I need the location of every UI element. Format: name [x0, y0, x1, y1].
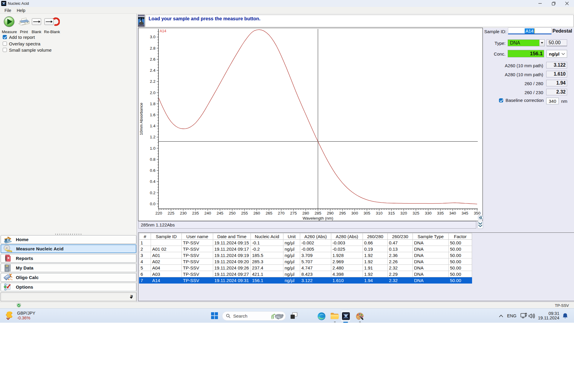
sidebar-item-home[interactable]: Home [1, 235, 136, 244]
baseline-wavelength-input[interactable]: 340 [546, 98, 559, 104]
sidebar-item-my-data[interactable]: My Data [1, 264, 136, 272]
task-view-icon[interactable] [290, 312, 297, 319]
start-button-icon[interactable] [211, 312, 218, 319]
security-shield-icon [16, 303, 21, 308]
table-cell: -0.2 [251, 246, 283, 252]
print-icon [17, 16, 30, 27]
svg-text:245: 245 [217, 211, 224, 215]
menu-help[interactable]: Help [15, 8, 27, 13]
spectrum-plot[interactable]: 2202252302352402452502552602652702752802… [138, 28, 482, 220]
column-header[interactable]: 260/230 [388, 233, 413, 240]
chart-collapse-button[interactable] [478, 215, 483, 220]
table-expand-button[interactable] [477, 221, 483, 229]
table-cell: 19.11.2024 09:15 [213, 240, 251, 246]
measure-button[interactable]: Measure [2, 16, 16, 34]
overlay-spectra-checkbox[interactable]: Overlay spectra [3, 41, 40, 46]
type-dropdown[interactable]: DNA [508, 39, 545, 46]
table-row[interactable]: 2A01 02TP-SSV19.11.2024 09:17-0.2ng/µl-0… [139, 246, 472, 252]
print-button[interactable]: Print [17, 16, 30, 34]
display-pen-icon[interactable] [520, 313, 527, 319]
minimize-icon [538, 2, 542, 5]
conc-unit-dropdown[interactable]: ng/µl [546, 50, 567, 58]
taskbar-widget[interactable]: GBP/JPY -0.36% [6, 311, 35, 320]
table-row[interactable]: 6A03TP-SSV19.11.2024 09:27421.1ng/µl8.42… [139, 271, 472, 277]
table-cell: 1.928 [331, 252, 363, 258]
file-explorer-icon[interactable] [330, 312, 339, 320]
table-row[interactable]: 5A04TP-SSV19.11.2024 09:26237.4ng/µl4.74… [139, 265, 472, 271]
app-icon [1, 1, 6, 6]
nav-expander-button[interactable]: » [1, 293, 136, 301]
column-header[interactable]: Sample ID [151, 233, 182, 240]
taskbar-clock[interactable]: 09:31 19.11.2024 [538, 311, 560, 320]
sidebar-item-reports[interactable]: Reports [1, 254, 136, 263]
svg-text:345: 345 [462, 211, 468, 215]
minimize-button[interactable] [533, 0, 547, 7]
sample-id-input[interactable]: A14 [508, 27, 552, 34]
table-cell: TP-SSV [182, 252, 213, 258]
notebook-icon [3, 254, 12, 262]
results-header-row: #Sample IDUser nameDate and TimeNucleic … [139, 233, 472, 240]
table-cell: 1.92 [363, 258, 388, 265]
print-label: Print [17, 30, 30, 34]
add-to-report-label: Add to report [9, 35, 35, 40]
reblank-label: Re-Blank [43, 30, 61, 34]
speaker-icon[interactable] [529, 313, 535, 318]
baseline-correction-checkbox[interactable]: Baseline correction [499, 98, 544, 103]
column-header[interactable]: A260 (Abs) [300, 233, 331, 240]
svg-text:280: 280 [302, 211, 309, 215]
table-cell: TP-SSV [182, 265, 213, 271]
table-row[interactable]: 3A01TP-SSV19.11.2024 09:19185.5ng/µl3.70… [139, 252, 472, 258]
sidebar-item-oligo-calc[interactable]: Oligo Calc [1, 273, 136, 282]
table-cell: 50.00 [449, 271, 472, 277]
column-header[interactable]: 260/280 [363, 233, 388, 240]
running-indicator [359, 321, 361, 322]
reblank-button[interactable]: Re-Blank [43, 16, 61, 34]
column-header[interactable]: # [139, 233, 151, 240]
add-to-report-checkbox[interactable]: Add to report [3, 34, 35, 40]
close-button[interactable] [560, 0, 574, 7]
table-cell: 1.92 [363, 271, 388, 277]
table-cell: 0.66 [363, 240, 388, 246]
tray-chevron-up-icon[interactable] [499, 315, 503, 317]
table-cell: ng/µl [283, 240, 300, 246]
nucleic-acid-app-icon [342, 312, 350, 320]
column-header[interactable]: Unit [283, 233, 300, 240]
nucleic-acid-app-button[interactable] [341, 310, 350, 322]
edge-icon[interactable] [317, 312, 326, 320]
menu-file[interactable]: File [3, 8, 13, 13]
paint-icon[interactable] [356, 312, 364, 320]
a280-label: A280 (10 mm path) [448, 72, 543, 77]
small-sample-volume-checkbox[interactable]: Small sample volume [3, 47, 52, 53]
table-row[interactable]: 1TP-SSV19.11.2024 09:15-0.1ng/µl-0.002-0… [139, 240, 472, 246]
blank-button[interactable]: Blank [31, 16, 42, 34]
language-indicator[interactable]: ENG [507, 313, 516, 318]
search-box[interactable]: Search [222, 311, 286, 321]
factor-field[interactable]: 50.00 [546, 39, 567, 46]
results-table[interactable]: #Sample IDUser nameDate and TimeNucleic … [139, 233, 472, 284]
splitter-handle[interactable] [55, 234, 82, 235]
column-header[interactable]: User name [182, 233, 213, 240]
column-header[interactable]: Sample Type [413, 233, 449, 240]
table-row[interactable]: 7A14TP-SSV19.11.2024 09:31156.1ng/µl3.12… [139, 277, 472, 284]
table-cell: TP-SSV [182, 277, 213, 284]
table-cell: 6 [139, 271, 151, 277]
svg-text:350: 350 [474, 211, 481, 215]
notification-bell-icon[interactable] [562, 313, 568, 319]
table-cell: 50.00 [449, 246, 472, 252]
sidebar-item-measure-nucleic-acid[interactable]: Measure Nucleic Acid [1, 244, 136, 253]
overlay-spectra-label: Overlay spectra [9, 41, 40, 46]
column-header[interactable]: Date and Time [213, 233, 251, 240]
column-header[interactable]: Factor [449, 233, 472, 240]
sidebar-item-options[interactable]: Options [1, 283, 136, 291]
restore-button[interactable] [547, 0, 560, 7]
svg-text:295: 295 [339, 211, 346, 215]
clock-time: 09:31 [538, 311, 560, 316]
message-strip: Load your sample and press the measure b… [137, 14, 574, 28]
home-icon [3, 235, 12, 244]
running-indicator [334, 321, 336, 322]
table-row[interactable]: 4A02TP-SSV19.11.2024 09:20285.3ng/µl5.70… [139, 258, 472, 265]
table-cell: 19.11.2024 09:20 [213, 258, 251, 265]
svg-text:305: 305 [364, 211, 370, 215]
column-header[interactable]: A280 (Abs) [331, 233, 363, 240]
column-header[interactable]: Nucleic Acid [251, 233, 283, 240]
